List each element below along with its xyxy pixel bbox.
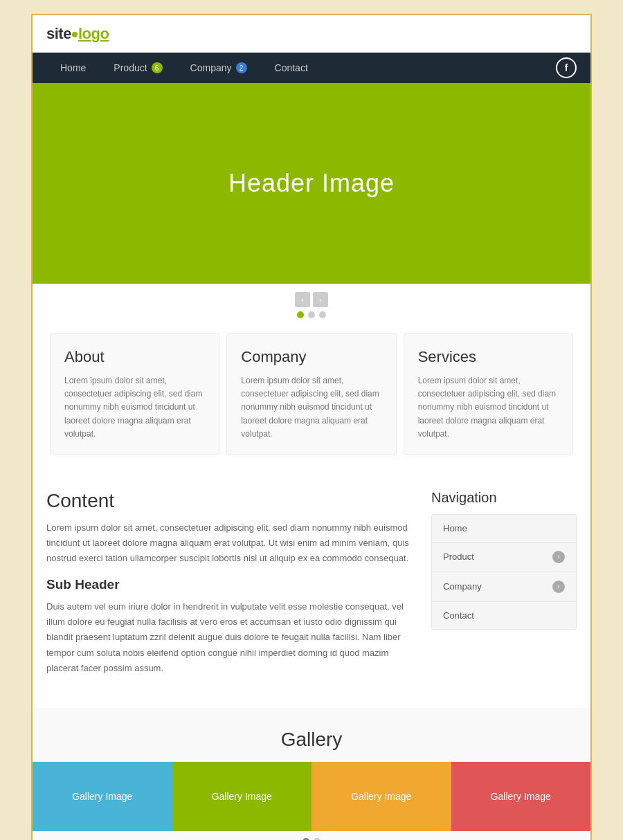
gallery-image-4[interactable]: Gallery Image [451, 762, 591, 831]
content-paragraph: Lorem ipsum dolor sit amet, consectetuer… [46, 520, 410, 566]
slider-dots [297, 311, 326, 318]
nav-badge-company: 2 [236, 62, 247, 73]
hero-section: Header Image [33, 83, 590, 284]
sidebar-item-home-label: Home [443, 523, 467, 533]
sidebar-item-contact-label: Contact [443, 610, 474, 621]
feature-about-text: Lorem ipsum dolor sit amet, consectetuer… [64, 374, 205, 441]
feature-about-title: About [64, 348, 205, 366]
content-heading: Content [46, 490, 410, 512]
sidebar-nav: Home Product › Company › Contact [431, 514, 577, 630]
feature-company-title: Company [241, 348, 381, 366]
slider-next-button[interactable]: › [313, 292, 328, 307]
main-nav: Home Product 6 Company 2 Contact f [33, 53, 590, 83]
feature-company-text: Lorem ipsum dolor sit amet, consectetuer… [241, 374, 381, 441]
slider-prev-button[interactable]: ‹ [295, 292, 310, 307]
nav-item-contact[interactable]: Contact [261, 53, 322, 83]
slider-dot-1[interactable] [297, 311, 304, 318]
site-logo: sitelogo [46, 25, 109, 43]
gallery-image-2[interactable]: Gallery Image [172, 762, 312, 831]
slider-dot-3[interactable] [319, 311, 326, 318]
feature-services-text: Lorem ipsum dolor sit amet, consectetuer… [418, 374, 559, 441]
nav-label-home: Home [60, 62, 86, 73]
sidebar-item-home[interactable]: Home [432, 515, 576, 542]
sidebar-item-company-label: Company [443, 581, 482, 592]
gallery-section: Gallery Gallery Image Gallery Image Gall… [33, 708, 590, 840]
content-sub-paragraph: Duis autem vel eum iriure dolor in hendr… [46, 599, 410, 675]
sidebar-item-contact[interactable]: Contact [432, 602, 576, 629]
content-main: Content Lorem ipsum dolor sit amet, cons… [46, 490, 410, 687]
content-sub-heading: Sub Header [46, 577, 410, 592]
hero-title: Header Image [228, 169, 395, 198]
gallery-images: Gallery Image Gallery Image Gallery Imag… [33, 762, 590, 831]
sidebar-arrow-company: › [552, 581, 565, 593]
feature-services-title: Services [418, 348, 559, 366]
feature-box-company: Company Lorem ipsum dolor sit amet, cons… [226, 334, 396, 455]
nav-item-company[interactable]: Company 2 [177, 53, 261, 83]
nav-item-product[interactable]: Product 6 [100, 53, 176, 83]
logo-text-logo: logo [78, 25, 109, 42]
page-wrapper: sitelogo Home Product 6 Company 2 Contac… [31, 14, 592, 840]
gallery-image-3[interactable]: Gallery Image [312, 762, 451, 831]
sidebar-arrow-product: › [552, 551, 565, 563]
slider-arrows: ‹ › [295, 292, 328, 307]
logo-dot [72, 32, 78, 37]
sidebar-item-company[interactable]: Company › [432, 572, 576, 602]
sidebar: Navigation Home Product › Company › Cont… [431, 490, 577, 687]
nav-links: Home Product 6 Company 2 Contact [46, 53, 322, 83]
sidebar-item-product[interactable]: Product › [432, 542, 576, 572]
logo-accent: logo [71, 25, 109, 42]
feature-boxes: About Lorem ipsum dolor sit amet, consec… [33, 327, 590, 476]
nav-label-company: Company [190, 62, 232, 73]
nav-badge-product: 6 [152, 62, 163, 73]
gallery-dots [33, 831, 590, 840]
gallery-image-1[interactable]: Gallery Image [33, 762, 172, 831]
feature-box-services: Services Lorem ipsum dolor sit amet, con… [404, 334, 573, 455]
nav-item-home[interactable]: Home [46, 53, 100, 83]
nav-label-product: Product [114, 62, 147, 73]
feature-box-about: About Lorem ipsum dolor sit amet, consec… [50, 334, 219, 455]
sidebar-heading: Navigation [431, 490, 577, 506]
nav-label-contact: Contact [275, 62, 308, 73]
content-section: Content Lorem ipsum dolor sit amet, cons… [33, 476, 590, 708]
site-header: sitelogo [33, 15, 590, 53]
facebook-icon[interactable]: f [556, 57, 577, 78]
sidebar-item-product-label: Product [443, 551, 474, 562]
logo-text-site: site [46, 25, 71, 42]
slider-dot-2[interactable] [308, 311, 315, 318]
gallery-heading: Gallery [33, 722, 590, 762]
slider-controls: ‹ › [33, 284, 590, 327]
